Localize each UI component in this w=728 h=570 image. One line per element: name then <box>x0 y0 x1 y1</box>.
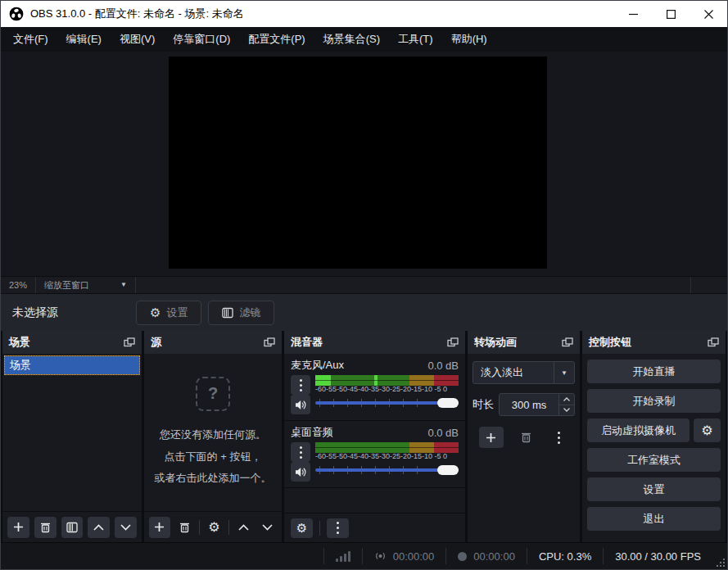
obs-logo-icon <box>9 7 24 21</box>
popout-icon[interactable] <box>708 337 719 348</box>
zoom-track <box>136 277 691 293</box>
source-properties-label: 设置 <box>166 305 188 320</box>
gear-icon: ⚙ <box>150 306 161 319</box>
remove-scene-button[interactable] <box>34 517 57 538</box>
settings-button[interactable]: 设置 <box>587 477 721 501</box>
menu-scene-collection[interactable]: 场景集合(S) <box>314 27 389 52</box>
plus-icon <box>154 522 165 532</box>
source-move-up-button[interactable] <box>234 517 253 538</box>
source-move-down-button[interactable] <box>258 517 277 538</box>
audio-mixer-dock: 混音器 麦克风/Aux 0.0 dB <box>284 331 465 542</box>
start-virtual-camera-button[interactable]: 启动虚拟摄像机 <box>587 418 690 442</box>
record-icon <box>458 552 467 561</box>
chevron-down-icon: ▼ <box>554 362 574 383</box>
exit-button[interactable]: 退出 <box>587 507 721 531</box>
transition-menu-button[interactable] <box>549 427 569 448</box>
maximize-button[interactable] <box>652 1 690 27</box>
duration-input[interactable]: 300 ms <box>499 393 575 416</box>
advanced-audio-button[interactable]: ⚙ <box>291 518 313 538</box>
sources-toolbar: ⚙ <box>144 511 282 542</box>
chevron-down-icon: ▼ <box>120 277 127 293</box>
preview-canvas[interactable] <box>169 57 547 269</box>
source-properties-button[interactable]: ⚙ 设置 <box>136 301 201 325</box>
channel-db: 0.0 dB <box>427 427 459 439</box>
kebab-icon <box>300 446 302 459</box>
menu-help[interactable]: 帮助(H) <box>442 27 496 52</box>
source-properties-button[interactable]: ⚙ <box>205 517 224 538</box>
preview-zoom-bar: 23% 缩放至窗口 ▼ <box>1 276 727 294</box>
scene-move-up-button[interactable] <box>88 517 110 538</box>
add-source-button[interactable] <box>149 517 170 538</box>
sources-empty-state[interactable]: ? 您还没有添加任何源。 点击下面的 + 按钮， 或者右击此处添加一个。 <box>144 354 282 511</box>
spin-up-button[interactable] <box>559 394 574 405</box>
menu-view[interactable]: 视图(V) <box>111 27 164 52</box>
sources-empty-text: 或者右击此处添加一个。 <box>155 469 272 488</box>
start-streaming-button[interactable]: 开始直播 <box>587 360 721 383</box>
start-recording-button[interactable]: 开始录制 <box>587 389 721 413</box>
source-status-label: 未选择源 <box>12 305 58 320</box>
mixer-toolbar: ⚙ <box>284 513 465 542</box>
scenes-toolbar <box>2 511 142 542</box>
fps-section: 30.00 / 30.00 FPS <box>603 548 712 564</box>
trash-icon <box>179 522 190 533</box>
scene-move-down-button[interactable] <box>115 517 137 538</box>
close-button[interactable] <box>690 1 727 27</box>
menu-profile[interactable]: 配置文件(P) <box>239 27 314 52</box>
transitions-title: 转场动画 <box>474 335 517 350</box>
channel-db: 0.0 dB <box>427 360 459 372</box>
divider <box>319 521 320 536</box>
mute-button[interactable] <box>291 395 310 414</box>
zoom-mode-dropdown[interactable]: 缩放至窗口 ▼ <box>36 277 136 293</box>
transition-select[interactable]: 淡入淡出 ▼ <box>473 361 575 384</box>
signal-bars-icon <box>336 550 350 562</box>
broadcast-icon <box>374 550 387 562</box>
menu-edit[interactable]: 编辑(E) <box>57 27 111 52</box>
scene-item[interactable]: 场景 <box>4 355 140 375</box>
scenes-dock: 场景 场景 <box>2 331 142 542</box>
chevron-down-icon <box>563 408 570 412</box>
popout-icon[interactable] <box>124 337 135 348</box>
minimize-button[interactable] <box>614 1 652 27</box>
volume-slider[interactable] <box>315 396 459 409</box>
speaker-icon <box>295 400 306 410</box>
divider <box>228 520 229 535</box>
transitions-dock: 转场动画 淡入淡出 ▼ 时长 300 ms <box>468 331 580 542</box>
volume-slider[interactable] <box>315 464 459 477</box>
speaker-icon <box>295 467 306 477</box>
trash-icon <box>40 522 51 533</box>
channel-menu-button[interactable] <box>291 442 310 462</box>
mixer-title: 混音器 <box>291 335 323 350</box>
menu-tools[interactable]: 工具(T) <box>389 27 442 52</box>
add-scene-button[interactable] <box>7 517 29 538</box>
record-time: 00:00:00 <box>473 550 515 563</box>
popout-icon[interactable] <box>562 337 573 348</box>
record-time-section: 00:00:00 <box>445 548 527 564</box>
menu-file[interactable]: 文件(F) <box>4 27 57 52</box>
mixer-menu-button[interactable] <box>327 518 349 538</box>
resize-grip[interactable] <box>717 559 725 567</box>
controls-title: 控制按钮 <box>589 335 631 350</box>
popout-icon[interactable] <box>447 337 459 348</box>
remove-source-button[interactable] <box>175 517 194 538</box>
divider <box>199 520 200 535</box>
question-mark-icon: ? <box>196 377 230 411</box>
studio-mode-button[interactable]: 工作室模式 <box>587 448 721 472</box>
popout-icon[interactable] <box>264 337 275 348</box>
title-bar: OBS 31.0.0 - 配置文件: 未命名 - 场景: 未命名 <box>1 1 727 27</box>
scene-filters-button[interactable] <box>61 517 84 538</box>
virtual-camera-config-button[interactable]: ⚙ <box>694 418 721 442</box>
slider-thumb[interactable] <box>437 465 459 475</box>
add-transition-button[interactable] <box>479 427 504 448</box>
mute-button[interactable] <box>291 462 310 482</box>
remove-transition-button[interactable] <box>517 427 536 448</box>
spin-down-button[interactable] <box>559 405 574 416</box>
menu-docks[interactable]: 停靠窗口(D) <box>164 27 239 52</box>
plus-icon <box>13 522 24 532</box>
sources-title: 源 <box>151 335 161 350</box>
source-filters-button[interactable]: 滤镜 <box>208 301 274 325</box>
scenes-title: 场景 <box>9 335 30 350</box>
gears-icon: ⚙ <box>296 521 307 536</box>
trash-icon <box>521 432 531 443</box>
channel-menu-button[interactable] <box>291 375 310 395</box>
slider-thumb[interactable] <box>437 398 459 408</box>
